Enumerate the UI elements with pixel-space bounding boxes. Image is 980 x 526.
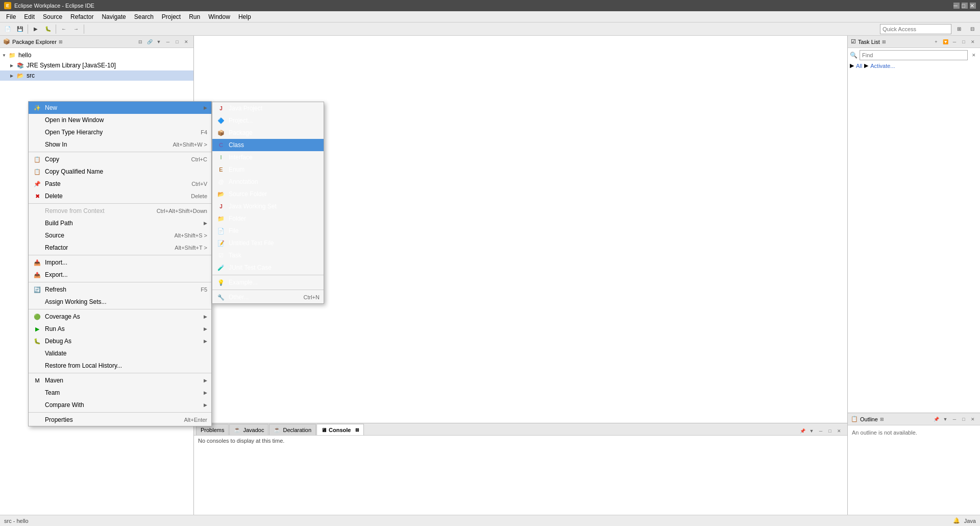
view-button[interactable]: ⊟	[967, 23, 978, 35]
link-editor-button[interactable]: 🔗	[145, 38, 154, 46]
sub-folder[interactable]: 📁 Folder	[212, 212, 324, 225]
ctx-assign-working-sets[interactable]: Assign Working Sets...	[29, 296, 211, 308]
ctx-compare-with[interactable]: Compare With ▶	[29, 399, 211, 411]
outline-view-menu-button[interactable]: ▼	[941, 415, 949, 423]
task-filter-clear[interactable]: ✕	[970, 51, 978, 59]
ctx-refresh[interactable]: 🔄 Refresh F5	[29, 283, 211, 296]
task-new-button[interactable]: +	[932, 38, 940, 46]
menu-file[interactable]: File	[2, 12, 20, 21]
library-item[interactable]: ▶ 📚 JRE System Library [JavaSE-10]	[0, 60, 193, 70]
outline-pin-button[interactable]: 📌	[932, 415, 940, 423]
sub-class[interactable]: C Class	[212, 139, 324, 151]
outline-icon: 📋	[851, 416, 858, 422]
task-minimize-button[interactable]: ─	[950, 38, 959, 46]
menu-navigate[interactable]: Navigate	[97, 12, 130, 21]
menu-project[interactable]: Project	[158, 12, 185, 21]
ctx-show-in[interactable]: Show In Alt+Shift+W >	[29, 138, 211, 151]
sub-annotation[interactable]: @ Annotation	[212, 176, 324, 188]
sub-project[interactable]: 🔷 Project...	[212, 114, 324, 127]
sub-untitled-label: Untitled Text File	[229, 240, 320, 247]
sub-package[interactable]: 📦 Package	[212, 127, 324, 139]
menu-run[interactable]: Run	[185, 12, 204, 21]
menu-window[interactable]: Window	[204, 12, 234, 21]
sub-file[interactable]: 📄 File	[212, 225, 324, 237]
close-panel-button[interactable]: ✕	[182, 38, 190, 46]
sub-junit-label: JUnit Test Case	[229, 264, 320, 271]
sub-task[interactable]: ☑ Task	[212, 249, 324, 261]
task-maximize-button[interactable]: □	[960, 38, 968, 46]
console-minimize-button[interactable]: ─	[817, 427, 825, 435]
ctx-paste[interactable]: 📌 Paste Ctrl+V	[29, 178, 211, 190]
sub-other[interactable]: 🔧 Other... Ctrl+N	[212, 291, 324, 303]
ctx-source[interactable]: Source Alt+Shift+S >	[29, 229, 211, 242]
ctx-validate[interactable]: Validate	[29, 347, 211, 360]
project-item[interactable]: ▼ 📁 hello	[0, 50, 193, 60]
ctx-copy-qualified[interactable]: 📋 Copy Qualified Name	[29, 165, 211, 178]
console-view-button[interactable]: ▼	[807, 427, 816, 435]
maximize-button[interactable]: □	[962, 3, 968, 9]
ctx-export[interactable]: 📤 Export...	[29, 269, 211, 281]
task-filter-button[interactable]: 🔽	[941, 38, 949, 46]
outline-maximize-button[interactable]: □	[960, 415, 968, 423]
task-all-label[interactable]: All	[856, 63, 862, 69]
console-pin-button[interactable]: 📌	[798, 427, 806, 435]
menu-search[interactable]: Search	[130, 12, 158, 21]
sub-untitled-text-file[interactable]: 📝 Untitled Text File	[212, 237, 324, 249]
ctx-import[interactable]: 📥 Import...	[29, 256, 211, 269]
maximize-panel-button[interactable]: □	[173, 38, 181, 46]
run-button[interactable]: ▶	[30, 23, 41, 35]
sub-java-project[interactable]: J Java Project	[212, 102, 324, 114]
ctx-copy[interactable]: 📋 Copy Ctrl+C	[29, 153, 211, 165]
sub-enum[interactable]: E Enum	[212, 163, 324, 176]
forward-button[interactable]: →	[70, 23, 82, 35]
sub-example[interactable]: 💡 Example...	[212, 276, 324, 289]
ctx-properties[interactable]: Properties Alt+Enter	[29, 414, 211, 426]
console-maximize-button[interactable]: □	[826, 427, 834, 435]
quick-access-input[interactable]	[880, 24, 951, 34]
new-button[interactable]: 📄	[2, 23, 13, 35]
ctx-delete[interactable]: ✖ Delete Delete	[29, 190, 211, 202]
tab-console[interactable]: 🖥 Console ⊠	[316, 424, 363, 435]
debug-button[interactable]: 🐛	[42, 23, 54, 35]
minimize-panel-button[interactable]: ─	[164, 38, 172, 46]
task-close-button[interactable]: ✕	[969, 38, 977, 46]
sub-interface[interactable]: I Interface	[212, 151, 324, 163]
task-filter-input[interactable]	[860, 50, 968, 60]
ctx-new[interactable]: ✨ New ▶ J Java Project 🔷 Project... 📦	[29, 102, 211, 114]
ctx-run-as[interactable]: ▶ Run As ▶	[29, 323, 211, 335]
outline-close-button[interactable]: ✕	[969, 415, 977, 423]
task-activate-label[interactable]: Activate...	[870, 63, 895, 69]
src-item[interactable]: ▶ 📂 src	[0, 70, 193, 81]
ctx-open-new-window[interactable]: Open in New Window	[29, 114, 211, 126]
menu-edit[interactable]: Edit	[20, 12, 39, 21]
sub-java-working-set[interactable]: J Java Working Set	[212, 200, 324, 212]
menu-source[interactable]: Source	[39, 12, 66, 21]
sub-source-folder[interactable]: 📂 Source Folder	[212, 188, 324, 200]
ctx-coverage-as[interactable]: 🟢 Coverage As ▶	[29, 310, 211, 323]
ctx-open-type-hierarchy[interactable]: Open Type Hierarchy F4	[29, 126, 211, 138]
menu-help[interactable]: Help	[234, 12, 255, 21]
close-button[interactable]: ✕	[970, 3, 976, 9]
tab-console-close[interactable]: ⊠	[355, 427, 359, 433]
tab-declaration[interactable]: ☕ Declaration	[269, 424, 316, 435]
back-button[interactable]: ←	[58, 23, 69, 35]
ctx-refactor[interactable]: Refactor Alt+Shift+T >	[29, 242, 211, 254]
ctx-remove-from-context[interactable]: Remove from Context Ctrl+Alt+Shift+Down	[29, 205, 211, 217]
outline-minimize-button[interactable]: ─	[950, 415, 959, 423]
tab-javadoc[interactable]: ☕ Javadoc	[229, 424, 268, 435]
menu-refactor[interactable]: Refactor	[66, 12, 97, 21]
ctx-debug-as[interactable]: 🐛 Debug As ▶	[29, 335, 211, 347]
task-arrow2: ▶	[864, 62, 868, 69]
ctx-restore-history[interactable]: Restore from Local History...	[29, 360, 211, 372]
ctx-compare-label: Compare With	[45, 401, 202, 409]
ctx-team[interactable]: Team ▶	[29, 387, 211, 399]
console-close-button[interactable]: ✕	[835, 427, 843, 435]
ctx-maven[interactable]: M Maven ▶	[29, 374, 211, 387]
collapse-all-button[interactable]: ⊟	[136, 38, 144, 46]
sub-junit[interactable]: 🧪 JUnit Test Case	[212, 261, 324, 274]
open-perspective-button[interactable]: ⊞	[953, 23, 965, 35]
view-menu-button[interactable]: ▼	[155, 38, 163, 46]
ctx-build-path[interactable]: Build Path ▶	[29, 217, 211, 229]
minimize-button[interactable]: ─	[953, 3, 960, 9]
save-button[interactable]: 💾	[14, 23, 26, 35]
